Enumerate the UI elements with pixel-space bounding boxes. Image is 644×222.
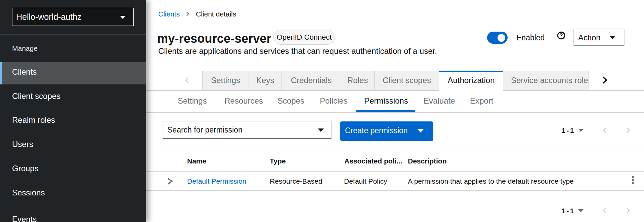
svg-text:?: ? (559, 32, 563, 39)
